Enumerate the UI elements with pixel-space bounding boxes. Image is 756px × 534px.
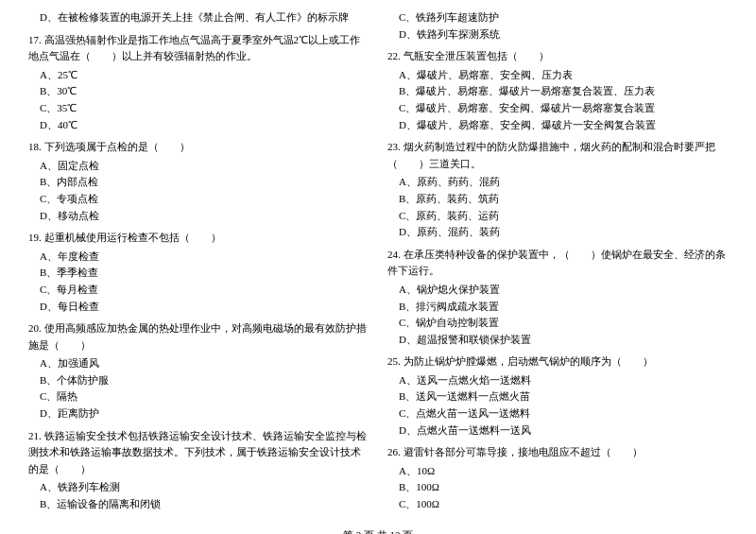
option-25a: A、送风一点燃火焰一送燃料 — [399, 372, 728, 389]
option-17d: D、在被检修装置的电源开关上挂《禁止合闸、有人工作》的标示牌 — [40, 9, 369, 26]
question-text-23: 23. 烟火药制造过程中的防火防爆措施中，烟火药的配制和混合时要严把（ ）三道关… — [387, 139, 728, 172]
option-19a: A、年度检查 — [40, 249, 369, 266]
page-number: 第 3 页 共 12 页 — [343, 529, 413, 534]
question-block-21cd: C、铁路列车超速防护 D、铁路列车探测系统 — [387, 9, 728, 43]
option-18c: C、专项点检 — [40, 191, 369, 208]
option-25c: C、点燃火苗一送风一送燃料 — [399, 405, 728, 422]
question-block-17d: D、在被检修装置的电源开关上挂《禁止合闸、有人工作》的标示牌 — [28, 9, 369, 26]
question-block-18: 18. 下列选项属于点检的是（ ） A、固定点检 B、内部点检 C、专项点检 D… — [28, 139, 369, 224]
question-block-17: 17. 高温强热辐射作业是指工作地点气温高于夏季室外气温2℃以上或工作地点气温在… — [28, 32, 369, 134]
question-block-19: 19. 起重机械使用运行检查不包括（ ） A、年度检查 B、季季检查 C、每月检… — [28, 230, 369, 315]
option-26c: C、100Ω — [399, 496, 728, 513]
option-20c: C、隔热 — [40, 388, 369, 405]
question-text-24: 24. 在承压类特种设备的保护装置中，（ ）使锅炉在最安全、经济的条件下运行。 — [387, 247, 728, 280]
page-content: D、在被检修装置的电源开关上挂《禁止合闸、有人工作》的标示牌 17. 高温强热辐… — [28, 9, 728, 519]
option-19d: D、每日检查 — [40, 299, 369, 316]
question-block-24: 24. 在承压类特种设备的保护装置中，（ ）使锅炉在最安全、经济的条件下运行。 … — [387, 247, 728, 349]
option-17b: B、30℃ — [40, 83, 369, 100]
option-21a: A、铁路列车检测 — [40, 479, 369, 496]
option-18b: B、内部点检 — [40, 174, 369, 191]
option-24b: B、排污阀成疏水装置 — [399, 299, 728, 316]
question-block-23: 23. 烟火药制造过程中的防火防爆措施中，烟火药的配制和混合时要严把（ ）三道关… — [387, 139, 728, 241]
option-23d: D、原药、混药、装药 — [399, 224, 728, 241]
question-text-19: 19. 起重机械使用运行检查不包括（ ） — [28, 230, 369, 247]
option-21c: C、铁路列车超速防护 — [399, 9, 728, 26]
option-17a: A、25℃ — [40, 67, 369, 84]
question-text-22: 22. 气瓶安全泄压装置包括（ ） — [387, 48, 728, 65]
question-text-26: 26. 避雷针各部分可靠导接，接地电阻应不超过（ ） — [387, 444, 728, 461]
question-block-22: 22. 气瓶安全泄压装置包括（ ） A、爆破片、易熔塞、安全阀、压力表 B、爆破… — [387, 48, 728, 133]
option-26a: A、10Ω — [399, 463, 728, 480]
option-20a: A、加强通风 — [40, 355, 369, 372]
right-column: C、铁路列车超速防护 D、铁路列车探测系统 22. 气瓶安全泄压装置包括（ ） … — [387, 9, 728, 519]
question-block-26: 26. 避雷针各部分可靠导接，接地电阻应不超过（ ） A、10Ω B、100Ω … — [387, 444, 728, 512]
option-21d: D、铁路列车探测系统 — [399, 26, 728, 43]
option-26b: B、100Ω — [399, 479, 728, 496]
option-22d: D、爆破片、易熔塞、安全阀、爆破片一安全阀复合装置 — [399, 117, 728, 134]
option-21b: B、运输设备的隔离和闭锁 — [40, 496, 369, 513]
option-20b: B、个体防护服 — [40, 372, 369, 389]
question-text-25: 25. 为防止锅炉炉膛爆燃，启动燃气锅炉的顺序为（ ） — [387, 353, 728, 370]
question-block-20: 20. 使用高频感应加热金属的热处理作业中，对高频电磁场的最有效防护措施是（ ）… — [28, 320, 369, 422]
question-text-20: 20. 使用高频感应加热金属的热处理作业中，对高频电磁场的最有效防护措施是（ ） — [28, 320, 369, 353]
option-19c: C、每月检查 — [40, 282, 369, 299]
option-19b: B、季季检查 — [40, 265, 369, 282]
option-18a: A、固定点检 — [40, 158, 369, 175]
option-22b: B、爆破片、易熔塞、爆破片一易熔塞复合装置、压力表 — [399, 83, 728, 100]
question-text-17: 17. 高温强热辐射作业是指工作地点气温高于夏季室外气温2℃以上或工作地点气温在… — [28, 32, 369, 65]
option-23b: B、原药、装药、筑药 — [399, 191, 728, 208]
option-25b: B、送风一送燃料一点燃火苗 — [399, 388, 728, 405]
option-22c: C、爆破片、易熔塞、安全阀、爆破片一易熔塞复合装置 — [399, 100, 728, 117]
option-17c: C、35℃ — [40, 100, 369, 117]
option-20d: D、距离防护 — [40, 405, 369, 422]
option-18d: D、移动点检 — [40, 208, 369, 225]
question-block-21: 21. 铁路运输安全技术包括铁路运输安全设计技术、铁路运输安全监控与检测技术和铁… — [28, 428, 369, 513]
option-23a: A、原药、药药、混药 — [399, 174, 728, 191]
question-text-21: 21. 铁路运输安全技术包括铁路运输安全设计技术、铁路运输安全监控与检测技术和铁… — [28, 428, 369, 478]
option-23c: C、原药、装药、运药 — [399, 208, 728, 225]
option-24c: C、锅炉自动控制装置 — [399, 315, 728, 332]
left-column: D、在被检修装置的电源开关上挂《禁止合闸、有人工作》的标示牌 17. 高温强热辐… — [28, 9, 369, 519]
option-22a: A、爆破片、易熔塞、安全阀、压力表 — [399, 67, 728, 84]
option-24a: A、锅炉熄火保护装置 — [399, 282, 728, 299]
question-block-25: 25. 为防止锅炉炉膛爆燃，启动燃气锅炉的顺序为（ ） A、送风一点燃火焰一送燃… — [387, 353, 728, 439]
question-text-18: 18. 下列选项属于点检的是（ ） — [28, 139, 369, 156]
option-24d: D、超温报警和联锁保护装置 — [399, 332, 728, 349]
option-25d: D、点燃火苗一送燃料一送风 — [399, 422, 728, 439]
option-17d-val: D、40℃ — [40, 117, 369, 134]
page-footer: 第 3 页 共 12 页 — [28, 528, 728, 534]
